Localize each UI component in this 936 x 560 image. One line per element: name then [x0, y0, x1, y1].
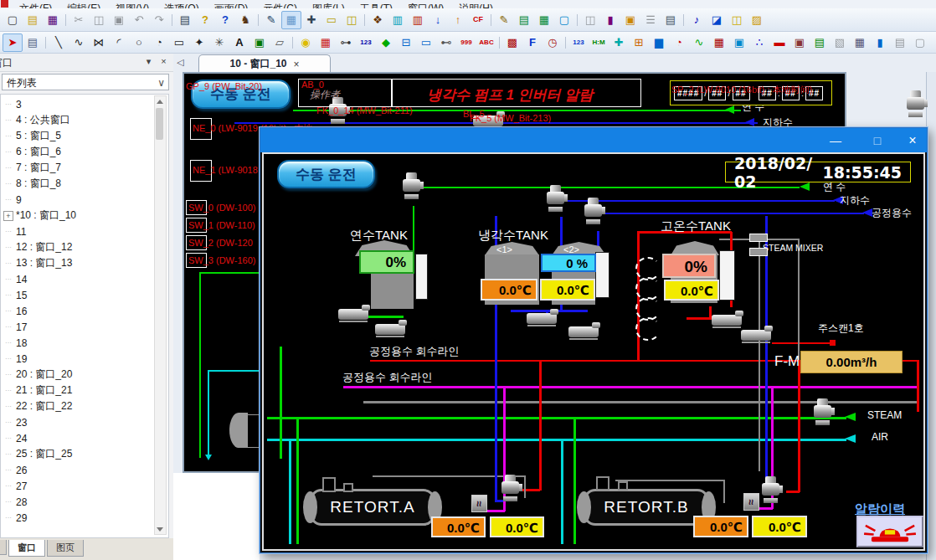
event-log-icon[interactable]: ▤	[810, 33, 830, 52]
sep[interactable]	[169, 12, 175, 28]
picture-library-icon[interactable]: ▣	[620, 11, 640, 29]
rect-icon[interactable]: ▭	[169, 33, 189, 52]
plate-icon[interactable]: ▱	[270, 33, 290, 52]
library-icon[interactable]: ♞	[235, 11, 255, 29]
menu-item[interactable]: 窗口(W)	[400, 2, 451, 8]
tree-scrollbar[interactable]	[154, 95, 167, 535]
sep[interactable]	[488, 12, 494, 28]
window-icon[interactable]: ▭	[321, 11, 342, 29]
sep[interactable]	[574, 12, 580, 28]
bar-graph-icon[interactable]: ▆	[649, 33, 669, 52]
word-switch-icon[interactable]: 123	[356, 33, 376, 52]
save-file-icon[interactable]: ▦	[43, 11, 63, 29]
menu-item[interactable]: 工具(T)	[352, 2, 400, 8]
tree-item[interactable]: 22 : 窗口_22	[1, 398, 168, 414]
valve-icon[interactable]	[906, 90, 926, 119]
menu-item[interactable]: 说明(H)	[451, 2, 501, 8]
tags-icon[interactable]: ◫	[727, 11, 747, 29]
shape-list-icon[interactable]: ▤	[661, 11, 681, 29]
trend-icon[interactable]: ∿	[689, 33, 709, 52]
move-icon[interactable]: ✚	[609, 33, 629, 52]
recipe-icon[interactable]: ▤	[890, 33, 910, 52]
tree-item[interactable]: 16	[1, 303, 168, 319]
arc-icon[interactable]: ◜	[109, 33, 129, 52]
tree-item[interactable]: 20 : 窗口_20	[1, 367, 168, 383]
new-file-icon[interactable]: ▢	[3, 11, 23, 29]
tab-scroll-left-icon[interactable]: ◁	[177, 57, 183, 68]
tree-item[interactable]: 21 : 窗口_21	[1, 383, 168, 398]
barcode-icon[interactable]: ▩	[502, 33, 522, 52]
properties-icon[interactable]: ▤	[23, 33, 43, 52]
polyline-icon[interactable]: ∿	[69, 33, 89, 52]
tree-item[interactable]: 29	[1, 510, 168, 526]
simulate-offline-icon[interactable]: ▥	[408, 11, 428, 29]
macro-icon[interactable]: ▨	[747, 11, 767, 29]
sep[interactable]	[43, 34, 49, 51]
help-icon[interactable]: ?	[195, 11, 215, 29]
copy-icon[interactable]: ◫	[89, 11, 109, 29]
sep[interactable]	[255, 12, 261, 28]
picture-box-icon[interactable]: ▣	[729, 33, 749, 52]
download-icon[interactable]: ↓	[428, 11, 448, 29]
scroll-thumb[interactable]	[156, 108, 163, 140]
runtime-window[interactable]: — □ ×	[260, 127, 928, 553]
tree-item[interactable]: 4 : 公共窗口	[1, 112, 168, 128]
data-table-icon[interactable]: ▦	[534, 11, 554, 29]
windows-stack-icon[interactable]: ◫	[342, 11, 362, 29]
tree-item[interactable]: 14	[1, 271, 168, 287]
scroll-up-icon[interactable]	[155, 96, 164, 106]
tree-item[interactable]: 8 : 窗口_8	[1, 176, 168, 192]
menu-item[interactable]: 文件(F)	[12, 2, 59, 8]
cut-icon[interactable]: ✂	[69, 11, 89, 29]
tab-close-icon[interactable]: ×	[294, 59, 300, 70]
meter-icon[interactable]: ◔	[669, 33, 689, 52]
slider-icon[interactable]: ⊷	[436, 33, 456, 52]
text-icon[interactable]: A	[229, 33, 249, 52]
data-block-icon[interactable]: ▧	[830, 33, 850, 52]
menu-item[interactable]: 画面(D)	[207, 2, 256, 8]
cf-card-icon[interactable]: CF	[468, 11, 488, 29]
tree-item[interactable]: 23	[1, 414, 168, 430]
scatter-icon[interactable]: ∴	[749, 33, 769, 52]
function-switch-icon[interactable]: ◆	[376, 33, 396, 52]
alarm-history-button[interactable]	[856, 516, 923, 547]
tag-icon[interactable]: ◪	[707, 11, 727, 29]
tree-item[interactable]: 15	[1, 287, 168, 303]
close-button[interactable]: ×	[900, 128, 925, 152]
pen-icon[interactable]: ✎	[261, 11, 281, 29]
menu-item[interactable]: 视图(V)	[108, 2, 157, 8]
sep[interactable]	[63, 12, 69, 28]
csv-icon[interactable]: ▤	[514, 11, 534, 29]
manual-operation-button[interactable]: 수동 운전	[277, 160, 375, 188]
tree-item[interactable]: 12 : 窗口_12	[1, 239, 168, 255]
compile-icon[interactable]: ❖	[368, 11, 388, 29]
tree-item[interactable]: *10 : 窗口_10	[1, 208, 168, 223]
context-help-icon[interactable]: ?	[215, 11, 235, 29]
menu-item[interactable]: 元件(C)	[255, 2, 305, 8]
group-list-icon[interactable]: ☰	[640, 11, 661, 29]
clock-icon[interactable]: ◷	[543, 33, 563, 52]
line-icon[interactable]: ╲	[49, 33, 69, 52]
monitor-icon[interactable]: ▢	[554, 11, 574, 29]
history-table-icon[interactable]: ▦	[709, 33, 729, 52]
word-lamp-icon[interactable]: ▦	[316, 33, 336, 52]
menu-item[interactable]: 图库(L)	[305, 2, 352, 8]
tree-item[interactable]: 17	[1, 319, 168, 335]
alarm-display-icon[interactable]: ▣	[789, 33, 810, 52]
open-file-icon[interactable]: ▤	[23, 11, 43, 29]
combo-icon[interactable]: ⊟	[396, 33, 416, 52]
sep[interactable]	[496, 34, 502, 51]
alarm-bar-icon[interactable]: ▬	[769, 33, 789, 52]
tree-item[interactable]: 9	[1, 192, 168, 208]
polygon-icon[interactable]: ✦	[189, 33, 209, 52]
numeric-999-icon[interactable]: 999	[456, 33, 476, 52]
sep[interactable]	[563, 34, 568, 51]
picture-icon[interactable]: ▣	[249, 33, 270, 52]
tree-item[interactable]: 27	[1, 478, 168, 494]
tree-item[interactable]: 19	[1, 351, 168, 367]
flow-icon[interactable]: ⊞	[629, 33, 649, 52]
burst-icon[interactable]: ✳	[209, 33, 229, 52]
snap-icon[interactable]: ✚	[301, 11, 321, 29]
grid-icon[interactable]: ▦	[281, 11, 301, 29]
tree-item[interactable]: 25 : 窗口_25	[1, 446, 168, 462]
